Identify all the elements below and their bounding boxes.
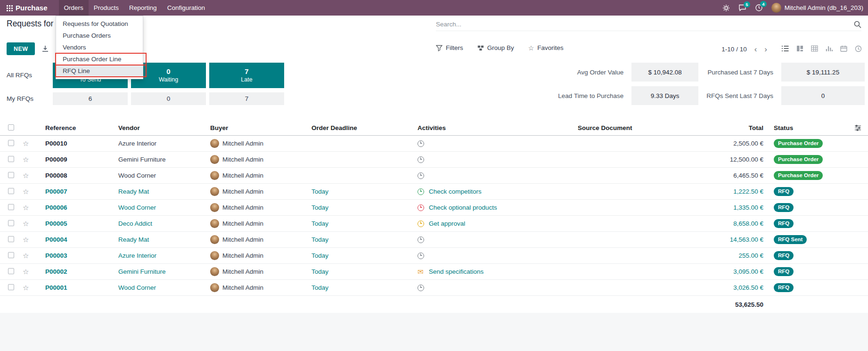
cell-reference[interactable]: P00008 — [39, 172, 115, 179]
row-checkbox[interactable] — [8, 284, 14, 290]
col-status[interactable]: Status — [768, 124, 848, 131]
pager-previous-icon[interactable]: ‹ — [754, 45, 757, 53]
favorite-star-icon[interactable] — [23, 252, 29, 260]
cell-reference[interactable]: P00009 — [39, 156, 115, 163]
favorites-button[interactable]: ☆ Favorites — [528, 44, 564, 51]
stat-value[interactable]: $ 19,111.25 — [781, 63, 865, 82]
col-vendor[interactable]: Vendor — [115, 124, 207, 131]
table-row[interactable]: P00001 Wood Corner Mitchell Admin Today … — [0, 280, 868, 296]
favorite-star-icon[interactable] — [23, 171, 29, 180]
pivot-view-icon[interactable] — [809, 43, 819, 54]
activity-clock-icon[interactable] — [418, 188, 425, 195]
dropdown-menu-item[interactable]: Purchase Orders — [56, 30, 143, 41]
table-row[interactable]: P00006 Wood Corner Mitchell Admin Today … — [0, 200, 868, 216]
favorite-star-icon[interactable] — [23, 139, 29, 148]
list-view-icon[interactable] — [780, 43, 790, 54]
search-input[interactable] — [436, 21, 854, 28]
row-checkbox[interactable] — [8, 172, 14, 178]
activity-summary-link[interactable]: Get approval — [429, 220, 465, 227]
table-row[interactable]: P00005 Deco Addict Mitchell Admin Today … — [0, 216, 868, 232]
activity-clock-icon[interactable] — [418, 268, 425, 276]
export-download-icon[interactable] — [41, 45, 49, 52]
table-row[interactable]: P00003 Azure Interior Mitchell Admin Tod… — [0, 248, 868, 264]
activity-clock-icon[interactable] — [418, 140, 425, 147]
activity-summary-link[interactable]: Check optional products — [429, 204, 497, 211]
topbar-menu-item[interactable]: Orders — [59, 0, 89, 16]
kpi-my-box[interactable]: 7 — [209, 92, 284, 105]
row-checkbox[interactable] — [8, 204, 14, 210]
table-row[interactable]: P00008 Wood Corner Mitchell Admin 6,465.… — [0, 168, 868, 184]
cell-reference[interactable]: P00005 — [39, 220, 115, 227]
row-checkbox[interactable] — [8, 220, 14, 226]
favorite-star-icon[interactable] — [23, 268, 29, 276]
activity-summary-link[interactable]: Send specifications — [429, 268, 483, 275]
activity-view-icon[interactable] — [853, 43, 863, 54]
table-row[interactable]: P00009 Gemini Furniture Mitchell Admin 1… — [0, 152, 868, 168]
activity-clock-icon[interactable] — [418, 156, 425, 163]
table-row[interactable]: P00004 Ready Mat Mitchell Admin Today 14… — [0, 232, 868, 248]
activity-clock-icon[interactable] — [418, 253, 425, 259]
user-menu[interactable]: Mitchell Admin (db_16_203) — [771, 3, 863, 13]
dropdown-menu-item[interactable]: Vendors — [56, 41, 143, 53]
select-all-checkbox[interactable] — [8, 124, 14, 131]
row-checkbox[interactable] — [8, 188, 14, 194]
table-row[interactable]: P00007 Ready Mat Mitchell Admin Today Ch… — [0, 184, 868, 200]
gear-icon[interactable] — [722, 4, 730, 12]
cell-reference[interactable]: P00007 — [39, 188, 115, 195]
app-name[interactable]: Purchase — [16, 4, 48, 12]
favorite-star-icon[interactable] — [23, 188, 29, 196]
search-icon[interactable] — [854, 21, 861, 28]
kanban-view-icon[interactable] — [794, 43, 805, 54]
favorite-star-icon[interactable] — [23, 220, 29, 228]
favorite-star-icon[interactable] — [23, 284, 29, 292]
calendar-view-icon[interactable] — [838, 43, 849, 54]
col-source-document[interactable]: Source Document — [575, 124, 693, 131]
dropdown-menu-item[interactable]: Purchase Order Line — [56, 53, 143, 65]
apps-grid-icon[interactable] — [7, 5, 8, 7]
dropdown-menu-item[interactable]: Requests for Quotation — [56, 18, 143, 30]
col-total[interactable]: Total — [693, 124, 768, 131]
favorite-star-icon[interactable] — [23, 204, 29, 212]
row-checkbox[interactable] — [8, 140, 14, 146]
row-checkbox[interactable] — [8, 268, 14, 274]
topbar-menu-item[interactable]: Products — [89, 0, 124, 16]
pager-next-icon[interactable]: › — [764, 45, 767, 53]
activity-clock-icon[interactable] — [418, 220, 425, 227]
cell-reference[interactable]: P00010 — [39, 140, 115, 147]
col-reference[interactable]: Reference — [39, 124, 115, 131]
activity-clock-icon[interactable] — [418, 285, 425, 291]
activity-clock-icon[interactable] — [418, 237, 425, 243]
stat-value[interactable]: 0 — [781, 86, 865, 105]
topbar-menu-item[interactable]: Configuration — [162, 0, 210, 16]
activities-clock-icon[interactable]: 4 — [755, 4, 763, 12]
topbar-menu-item[interactable]: Reporting — [124, 0, 162, 16]
table-row[interactable]: P00002 Gemini Furniture Mitchell Admin T… — [0, 264, 868, 280]
table-row[interactable]: P00010 Azure Interior Mitchell Admin 2,5… — [0, 136, 868, 152]
col-activities[interactable]: Activities — [415, 124, 575, 131]
optional-columns-icon[interactable] — [848, 124, 868, 131]
stat-value[interactable]: 9.33 Days — [631, 86, 698, 105]
cell-reference[interactable]: P00002 — [39, 268, 115, 275]
cell-reference[interactable]: P00004 — [39, 236, 115, 243]
new-button[interactable]: NEW — [7, 42, 35, 55]
favorite-star-icon[interactable] — [23, 155, 29, 164]
group-by-button[interactable]: Group By — [477, 44, 514, 51]
activity-summary-link[interactable]: Check competitors — [429, 188, 482, 195]
row-checkbox[interactable] — [8, 236, 14, 242]
activity-clock-icon[interactable] — [418, 204, 425, 211]
cell-reference[interactable]: P00003 — [39, 252, 115, 259]
filters-button[interactable]: Filters — [436, 44, 463, 51]
activity-clock-icon[interactable] — [418, 172, 425, 179]
col-buyer[interactable]: Buyer — [207, 124, 309, 131]
messages-icon[interactable]: 5 — [738, 4, 746, 12]
cell-reference[interactable]: P00001 — [39, 284, 115, 291]
kpi-box[interactable]: 7 Late — [209, 63, 284, 88]
graph-view-icon[interactable] — [824, 43, 834, 54]
kpi-my-box[interactable]: 6 — [53, 92, 128, 105]
stat-value[interactable]: $ 10,942.08 — [631, 63, 698, 82]
cell-reference[interactable]: P00006 — [39, 204, 115, 211]
col-order-deadline[interactable]: Order Deadline — [309, 124, 415, 131]
favorite-star-icon[interactable] — [23, 236, 29, 244]
row-checkbox[interactable] — [8, 156, 14, 162]
row-checkbox[interactable] — [8, 252, 14, 258]
